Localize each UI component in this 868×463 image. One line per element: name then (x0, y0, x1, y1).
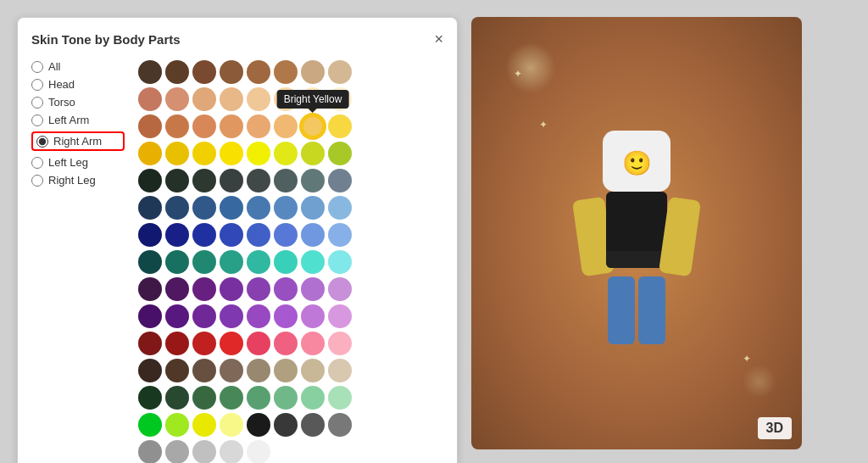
color-swatch-14-0[interactable] (138, 440, 162, 463)
color-swatch-12-0[interactable] (138, 386, 162, 410)
color-swatch-3-6[interactable] (301, 142, 325, 165)
color-swatch-9-1[interactable] (165, 304, 189, 328)
radio-item-all[interactable]: All (31, 60, 125, 73)
color-swatch-9-3[interactable] (220, 304, 243, 328)
color-swatch-3-4[interactable] (247, 142, 270, 165)
color-swatch-0-7[interactable] (328, 60, 352, 84)
radio-right-leg[interactable] (31, 175, 43, 187)
color-swatch-5-2[interactable] (192, 196, 216, 220)
color-swatch-10-3[interactable] (220, 332, 243, 355)
radio-left-arm[interactable] (31, 114, 43, 126)
color-swatch-13-4[interactable] (247, 413, 270, 437)
color-swatch-9-2[interactable] (192, 304, 216, 328)
color-swatch-0-2[interactable] (192, 60, 216, 84)
color-swatch-6-5[interactable] (274, 223, 298, 247)
color-swatch-0-4[interactable] (247, 60, 270, 84)
color-swatch-10-7[interactable] (328, 332, 352, 355)
color-swatch-6-4[interactable] (247, 223, 270, 247)
color-swatch-4-0[interactable] (138, 169, 162, 192)
color-swatch-11-6[interactable] (301, 359, 325, 382)
color-swatch-2-0[interactable] (138, 114, 162, 138)
color-swatch-13-5[interactable] (274, 413, 298, 437)
color-swatch-6-3[interactable] (220, 223, 243, 247)
color-swatch-8-3[interactable] (220, 277, 243, 301)
color-swatch-2-1[interactable] (165, 114, 189, 138)
color-swatch-11-0[interactable] (138, 359, 162, 382)
color-swatch-11-3[interactable] (220, 359, 243, 382)
color-swatch-2-3[interactable] (220, 114, 243, 138)
color-swatch-4-7[interactable] (328, 169, 352, 192)
color-swatch-7-2[interactable] (192, 250, 216, 274)
color-swatch-12-1[interactable] (165, 386, 189, 410)
color-swatch-2-6[interactable]: Bright Yellow (301, 114, 325, 138)
color-swatch-5-6[interactable] (301, 196, 325, 220)
color-swatch-6-1[interactable] (165, 223, 189, 247)
color-swatch-9-5[interactable] (274, 304, 298, 328)
radio-item-right-arm[interactable]: Right Arm (31, 131, 125, 151)
color-swatch-1-1[interactable] (165, 87, 189, 111)
radio-torso[interactable] (31, 97, 43, 109)
color-swatch-9-7[interactable] (328, 304, 352, 328)
color-swatch-6-7[interactable] (328, 223, 352, 247)
color-swatch-1-3[interactable] (220, 87, 243, 111)
radio-left-leg[interactable] (31, 157, 43, 169)
color-swatch-8-0[interactable] (138, 277, 162, 301)
color-swatch-9-4[interactable] (247, 304, 270, 328)
color-swatch-14-1[interactable] (165, 440, 189, 463)
color-swatch-13-2[interactable] (192, 413, 216, 437)
color-swatch-14-3[interactable] (220, 440, 243, 463)
color-swatch-7-0[interactable] (138, 250, 162, 274)
color-swatch-3-0[interactable] (138, 142, 162, 165)
color-swatch-10-2[interactable] (192, 332, 216, 355)
color-swatch-3-7[interactable] (328, 142, 352, 165)
color-swatch-12-2[interactable] (192, 386, 216, 410)
color-swatch-13-1[interactable] (165, 413, 189, 437)
color-swatch-0-5[interactable] (274, 60, 298, 84)
color-swatch-14-4[interactable] (247, 440, 270, 463)
color-swatch-10-6[interactable] (301, 332, 325, 355)
color-swatch-1-6[interactable] (301, 87, 325, 111)
color-swatch-5-3[interactable] (220, 196, 243, 220)
color-swatch-12-6[interactable] (301, 386, 325, 410)
color-swatch-11-4[interactable] (247, 359, 270, 382)
color-swatch-13-0[interactable] (138, 413, 162, 437)
color-swatch-1-7[interactable] (328, 87, 352, 111)
color-swatch-11-5[interactable] (274, 359, 298, 382)
color-swatch-2-7[interactable] (328, 114, 352, 138)
radio-all[interactable] (31, 61, 43, 73)
color-swatch-12-3[interactable] (220, 386, 243, 410)
color-swatch-1-5[interactable] (274, 87, 298, 111)
color-swatch-7-5[interactable] (274, 250, 298, 274)
color-swatch-7-7[interactable] (328, 250, 352, 274)
color-swatch-2-2[interactable] (192, 114, 216, 138)
radio-right-arm[interactable] (36, 136, 48, 148)
color-swatch-8-1[interactable] (165, 277, 189, 301)
close-button[interactable]: × (434, 31, 443, 47)
color-swatch-5-7[interactable] (328, 196, 352, 220)
color-swatch-12-4[interactable] (247, 386, 270, 410)
radio-item-right-leg[interactable]: Right Leg (31, 174, 125, 187)
color-swatch-7-4[interactable] (247, 250, 270, 274)
color-swatch-4-2[interactable] (192, 169, 216, 192)
color-swatch-8-7[interactable] (328, 277, 352, 301)
radio-item-left-leg[interactable]: Left Leg (31, 156, 125, 169)
radio-item-torso[interactable]: Torso (31, 96, 125, 109)
color-swatch-1-2[interactable] (192, 87, 216, 111)
color-swatch-0-0[interactable] (138, 60, 162, 84)
color-swatch-5-0[interactable] (138, 196, 162, 220)
color-swatch-14-2[interactable] (192, 440, 216, 463)
color-swatch-7-3[interactable] (220, 250, 243, 274)
color-swatch-2-5[interactable] (274, 114, 298, 138)
color-swatch-1-4[interactable] (247, 87, 270, 111)
radio-item-left-arm[interactable]: Left Arm (31, 114, 125, 126)
radio-item-head[interactable]: Head (31, 78, 125, 91)
color-swatch-4-6[interactable] (301, 169, 325, 192)
color-swatch-11-1[interactable] (165, 359, 189, 382)
color-swatch-13-3[interactable] (220, 413, 243, 437)
color-swatch-3-5[interactable] (274, 142, 298, 165)
color-swatch-3-2[interactable] (192, 142, 216, 165)
color-swatch-12-5[interactable] (274, 386, 298, 410)
color-swatch-10-4[interactable] (247, 332, 270, 355)
color-swatch-5-1[interactable] (165, 196, 189, 220)
color-swatch-0-1[interactable] (165, 60, 189, 84)
